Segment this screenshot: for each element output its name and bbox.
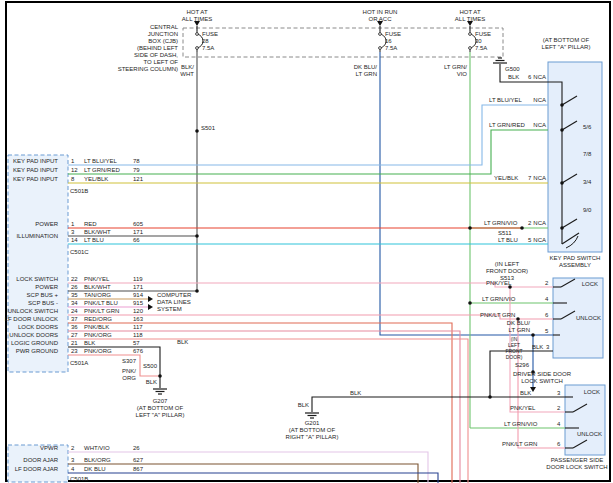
feed-label: HOT IN RUN OR ACC — [363, 9, 398, 23]
circuit-label: 119 — [133, 276, 143, 283]
wire-label: PNK/YEL — [510, 405, 535, 412]
fuse-label: FUSE 30 7.5A — [475, 31, 491, 52]
wiring-diagram-page: HOT AT ALL TIMESHOT IN RUN OR ACCHOT AT … — [0, 0, 613, 483]
wire-label: YEL/BLK — [494, 175, 518, 182]
pin-function: ILLUMINATION — [16, 233, 58, 240]
pin-label: 2 — [71, 445, 74, 452]
location-label: (AT BOTTOM OF LEFT "A" PILLAR) — [542, 37, 591, 51]
pin-label: 35 — [71, 292, 78, 299]
connector-label: C501B — [70, 476, 88, 483]
pin-function: SCP BUS - — [28, 300, 58, 307]
wire-label: BLK — [520, 390, 531, 397]
circuit-label: 120 — [133, 308, 143, 315]
circuit-label: 117 — [133, 324, 143, 331]
wire-label: TAN/ORG — [84, 292, 111, 299]
pin-function: POWER — [35, 284, 58, 291]
feed-label: HOT AT ALL TIMES — [182, 9, 212, 23]
circuit-label: 627 — [133, 457, 143, 464]
pin-label: 3 — [71, 457, 74, 464]
nca-label: NCA — [533, 237, 546, 244]
component-label: DRIVER SIDE DOOR LOCK SWITCH — [513, 371, 571, 385]
wire-label: LT GRN/RED — [489, 122, 525, 129]
location-label: (IN LEFT FRONT DOOR) — [505, 337, 522, 361]
nca-label: NCA — [533, 74, 546, 81]
circuit-label: 171 — [133, 229, 143, 236]
wire-label: LT GRN/RED — [84, 167, 120, 174]
splice-label: S296 — [515, 362, 529, 369]
pin-label: 21 — [71, 340, 78, 347]
circuit-label: 163 — [133, 316, 143, 323]
circuit-label: 676 — [133, 348, 143, 355]
note-label: COMPUTER DATA LINES — [157, 292, 191, 306]
switch-position-label: LOCK — [582, 281, 598, 288]
wire-label: LT BLU/YEL — [489, 97, 522, 104]
wire-label: LT BLU — [84, 237, 104, 244]
pin-label: 24 — [71, 308, 78, 315]
pin-function: LOCK SWITCH — [16, 276, 58, 283]
circuit-label: 79 — [133, 167, 140, 174]
circuit-label: 118 — [133, 332, 143, 339]
wire-label: PNK/ORG — [84, 332, 112, 339]
wire-label: PNK/YEL — [84, 276, 109, 283]
pin-label: 12 — [71, 167, 78, 174]
pin-label: 1 — [71, 158, 74, 165]
pin-label: 2 — [528, 220, 531, 227]
component-label: PASSENGER SIDE DOOR LOCK SWITCH — [546, 457, 607, 471]
wire-label: PNK/YEL — [486, 280, 511, 287]
wire-label: WHT/VIO — [84, 445, 110, 452]
wire-label: BLK — [146, 379, 157, 386]
splice-label: S500 — [143, 363, 157, 370]
pin-label: 7 — [528, 175, 531, 182]
location-label: (AT BOTTOM OF LEFT "A" PILLAR) — [136, 405, 185, 419]
fuse-label: FUSE 16 7.5A — [385, 31, 401, 52]
wire-label: YEL/BLK — [84, 176, 108, 183]
pin-label: 4 — [545, 296, 548, 303]
keypad-number: 5/6 — [583, 124, 591, 131]
switch-position-label: UNLOCK — [577, 431, 602, 438]
wire-label: BLK/ORG — [84, 457, 111, 464]
cjb-label: CENTRAL JUNCTION BOX (CJB) (BEHIND LEFT … — [118, 24, 178, 74]
keypad-number: 7/8 — [583, 151, 591, 158]
nca-label: NCA — [533, 97, 546, 104]
wire-label: BLK/WHT — [84, 229, 111, 236]
circuit-label: 57 — [133, 340, 140, 347]
wire-label: LT GRN/VIO — [484, 220, 517, 227]
splice-label: S501 — [201, 125, 215, 132]
wire-label: LT BLU/YEL — [84, 158, 117, 165]
feed-label: HOT AT ALL TIMES — [455, 9, 485, 23]
circuit-label: 605 — [133, 221, 143, 228]
wire-label: DK BLU — [84, 466, 106, 473]
pin-label: 4 — [71, 466, 74, 473]
switch-position-label: LOCK — [584, 389, 600, 396]
wire-label: PNK/ ORG — [122, 368, 136, 382]
pin-function: UNLOCK SWITCH — [8, 308, 58, 315]
keypad-number: 3/4 — [583, 179, 591, 186]
connector-label: C501B — [70, 188, 88, 195]
pin-label: 36 — [71, 324, 78, 331]
pin-label: 6 — [528, 74, 531, 81]
pin-function: LF DOOR AJAR — [15, 466, 58, 473]
pin-label: 3 — [546, 344, 549, 351]
component-label: KEY PAD SWITCH ASSEMBLY — [550, 255, 601, 269]
wire-label: LT GRN/VIO — [482, 296, 515, 303]
pin-function: KEY PAD INPUT — [13, 158, 58, 165]
pin-function: LOGIC GROUND — [11, 340, 58, 347]
circuit-label: 66 — [133, 237, 140, 244]
pin-label: 6 — [545, 312, 548, 319]
splice-label: S307 — [122, 358, 136, 365]
wire-label: DK BLU/ LT GRN — [507, 320, 530, 334]
wire-label: RED — [84, 221, 97, 228]
connector-label: C501A — [70, 360, 88, 367]
connector-label: C501C — [70, 249, 89, 256]
pin-function: LOCK DOORS — [18, 324, 58, 331]
pin-label: 5 — [528, 237, 531, 244]
circuit-label: 78 — [133, 158, 140, 165]
wire-label: PNK/BLK — [84, 324, 109, 331]
circuit-label: 121 — [133, 176, 143, 183]
pin-function: PWR GROUND — [16, 348, 58, 355]
wire-label: PNK/LT GRN — [480, 312, 515, 319]
nca-label: NCA — [533, 122, 546, 129]
nca-label: NCA — [533, 220, 546, 227]
pin-function: KEY PAD INPUT — [13, 176, 58, 183]
wire-label: DK BLU/ LT GRN — [354, 64, 377, 78]
